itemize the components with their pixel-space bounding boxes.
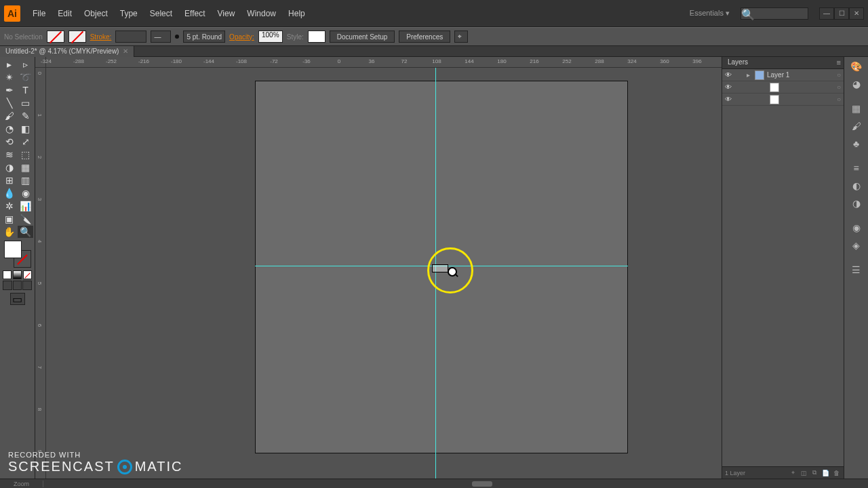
workspace-switcher[interactable]: Essentials ▾: [684, 7, 735, 20]
shape-builder-tool[interactable]: ◑: [1, 161, 17, 174]
lasso-tool[interactable]: ➰: [18, 71, 33, 83]
brush-dropdown[interactable]: 5 pt. Round: [183, 30, 225, 43]
selection-tool[interactable]: ▸: [1, 58, 17, 70]
document-tab-close-icon[interactable]: ✕: [123, 47, 128, 55]
ruler-horizontal[interactable]: -324-288-252-216-180-144-108-72-36036721…: [46, 57, 722, 68]
layers-panel: Layers ≡ 👁▸Layer 1○👁○👁○ 1 Layer ⌖ ◫ ⧉ 📄 …: [722, 57, 844, 479]
rectangle-tool[interactable]: ▭: [18, 97, 33, 109]
eyedropper-tool[interactable]: 💧: [1, 187, 17, 199]
none-mode-chip[interactable]: [23, 270, 32, 279]
delete-layer-icon[interactable]: 🗑: [831, 468, 841, 478]
column-graph-tool[interactable]: 📊: [18, 200, 33, 212]
layer-row[interactable]: 👁▸Layer 1○: [722, 69, 844, 81]
document-tab[interactable]: Untitled-2* @ 4.17% (CMYK/Preview) ✕: [0, 46, 134, 57]
stroke-swatch[interactable]: [68, 30, 86, 43]
perspective-tool[interactable]: ▦: [18, 161, 33, 174]
type-tool[interactable]: T: [18, 84, 33, 96]
ruler-vertical[interactable]: 0123456789: [35, 68, 46, 479]
minimize-button[interactable]: —: [819, 7, 834, 20]
zoom-tool[interactable]: 🔍: [18, 226, 33, 238]
artboard-tool[interactable]: ▣: [1, 213, 17, 225]
preferences-button[interactable]: Preferences: [399, 30, 450, 43]
menu-item-window[interactable]: Window: [241, 6, 281, 21]
style-swatch[interactable]: [308, 30, 326, 43]
transparency-panel-icon[interactable]: ◑: [846, 195, 867, 211]
layers-panel-header[interactable]: Layers ≡: [722, 57, 844, 69]
blob-brush-tool[interactable]: ◔: [1, 123, 17, 135]
appearance-panel-icon[interactable]: ◉: [846, 220, 867, 236]
menu-item-file[interactable]: File: [27, 6, 51, 21]
eraser-tool[interactable]: ◧: [18, 123, 33, 135]
slice-tool[interactable]: 🔪: [18, 213, 33, 225]
menu-item-effect[interactable]: Effect: [179, 6, 210, 21]
draw-inside-icon[interactable]: [22, 281, 32, 290]
draw-normal-icon[interactable]: [3, 281, 12, 290]
draw-behind-icon[interactable]: [13, 281, 22, 290]
visibility-toggle-icon[interactable]: 👁: [722, 96, 734, 103]
align-to-dropdown[interactable]: ⌖: [454, 30, 468, 43]
layer-row[interactable]: 👁○: [722, 94, 844, 106]
new-sublayer-icon[interactable]: ⧉: [810, 468, 819, 478]
search-input[interactable]: 🔍: [741, 7, 808, 20]
direct-selection-tool[interactable]: ▹: [18, 58, 33, 70]
document-setup-button[interactable]: Document Setup: [330, 30, 395, 43]
horizontal-scrollbar[interactable]: [43, 481, 868, 487]
mesh-tool[interactable]: ⊞: [1, 174, 17, 186]
pencil-tool[interactable]: ✎: [18, 110, 33, 122]
symbol-sprayer-tool[interactable]: ✲: [1, 200, 17, 212]
menu-item-select[interactable]: Select: [144, 6, 178, 21]
rotate-tool[interactable]: ⟲: [1, 136, 17, 148]
canvas[interactable]: -324-288-252-216-180-144-108-72-36036721…: [35, 57, 722, 479]
gradient-panel-icon[interactable]: ◐: [846, 178, 867, 194]
target-icon[interactable]: ○: [834, 96, 844, 103]
free-transform-tool[interactable]: ⬚: [18, 148, 33, 161]
zoom-status[interactable]: Zoom: [0, 481, 43, 487]
new-layer-icon[interactable]: 📄: [821, 468, 830, 478]
opacity-link[interactable]: Opacity:: [229, 33, 254, 41]
graphic-styles-panel-icon[interactable]: ◈: [846, 237, 867, 253]
menu-item-edit[interactable]: Edit: [52, 6, 77, 21]
width-tool[interactable]: ≋: [1, 148, 17, 161]
make-clip-icon[interactable]: ◫: [799, 468, 808, 478]
menu-item-view[interactable]: View: [212, 6, 241, 21]
layers-panel-icon[interactable]: ☰: [846, 262, 867, 278]
blend-tool[interactable]: ◉: [18, 187, 33, 199]
visibility-toggle-icon[interactable]: 👁: [722, 71, 734, 79]
locate-layer-icon[interactable]: ⌖: [788, 468, 797, 478]
menu-item-help[interactable]: Help: [283, 6, 311, 21]
gradient-mode-chip[interactable]: [13, 270, 22, 279]
opacity-input[interactable]: 100%: [258, 30, 283, 43]
pen-tool[interactable]: ✒: [1, 84, 17, 96]
color-mode-chip[interactable]: [3, 270, 12, 279]
close-button[interactable]: ✕: [849, 7, 864, 20]
maximize-button[interactable]: ☐: [834, 7, 849, 20]
fill-color-box[interactable]: [4, 241, 22, 258]
panel-menu-icon[interactable]: ≡: [837, 58, 841, 66]
stroke-weight-dropdown[interactable]: [115, 30, 146, 43]
target-icon[interactable]: ○: [834, 83, 844, 91]
symbols-panel-icon[interactable]: ♣: [846, 136, 867, 152]
fill-swatch[interactable]: [47, 30, 64, 43]
scale-tool[interactable]: ⤢: [18, 136, 33, 148]
visibility-toggle-icon[interactable]: 👁: [722, 83, 734, 91]
stroke-panel-icon[interactable]: ≡: [846, 160, 867, 176]
line-tool[interactable]: ╲: [1, 97, 17, 109]
menu-item-type[interactable]: Type: [115, 6, 143, 21]
color-guide-panel-icon[interactable]: ◕: [846, 76, 867, 92]
paintbrush-tool[interactable]: 🖌: [1, 110, 17, 122]
layer-name-label[interactable]: Layer 1: [766, 71, 834, 79]
color-panel-icon[interactable]: 🎨: [846, 58, 867, 75]
fill-stroke-control[interactable]: [4, 241, 31, 268]
gradient-tool[interactable]: ▥: [18, 174, 33, 186]
magic-wand-tool[interactable]: ✴: [1, 71, 17, 83]
target-icon[interactable]: ○: [834, 71, 844, 79]
variable-width-dropdown[interactable]: —: [151, 30, 171, 43]
swatches-panel-icon[interactable]: ▦: [846, 100, 867, 117]
stroke-link[interactable]: Stroke:: [90, 33, 112, 41]
hand-tool[interactable]: ✋: [1, 226, 17, 238]
screen-mode-button[interactable]: ▭: [10, 293, 25, 305]
menu-item-object[interactable]: Object: [79, 6, 113, 21]
brushes-panel-icon[interactable]: 🖌: [846, 118, 867, 134]
guide-vertical[interactable]: [435, 68, 436, 479]
layer-row[interactable]: 👁○: [722, 81, 844, 94]
